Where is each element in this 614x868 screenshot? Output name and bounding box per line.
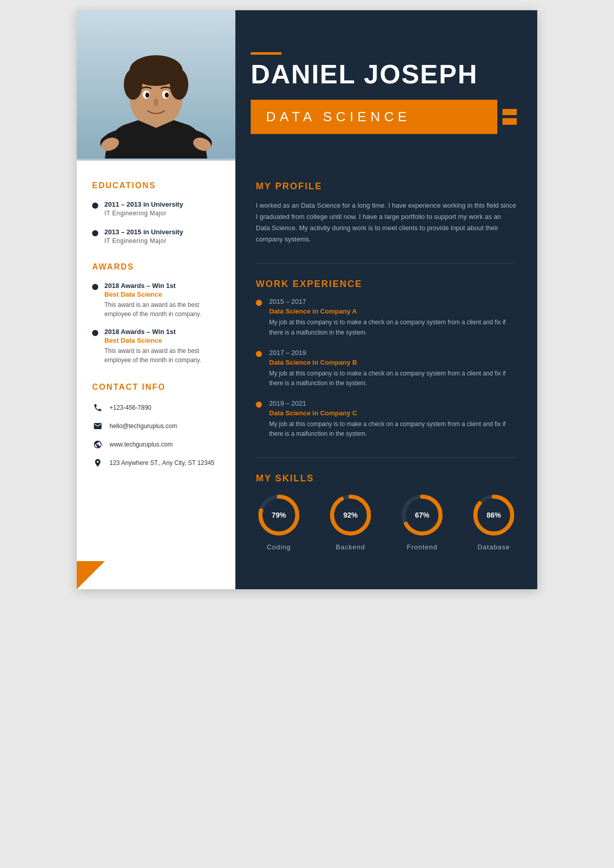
work-item-2: 2017 – 2019 Data Science in Company B My…: [256, 349, 517, 388]
contact-phone: +123-456-7890: [92, 402, 220, 413]
work-year-1: 2015 – 2017: [269, 298, 517, 305]
award-name-1: Best Data Science: [104, 291, 220, 298]
work-details-1: 2015 – 2017 Data Science in Company A My…: [269, 298, 517, 337]
work-bullet-1: [256, 300, 262, 306]
work-year-3: 2019 – 2021: [269, 399, 517, 407]
profile-text: I worked as an Data Science for a long t…: [256, 200, 517, 245]
education-title: EDUCATIONS: [92, 181, 220, 190]
main-content: EDUCATIONS 2011 – 2013 in University IT …: [77, 161, 537, 589]
skill-percent-database: 86%: [487, 511, 501, 519]
skill-label-backend: Backend: [336, 543, 365, 551]
skill-circle-frontend: 67%: [399, 492, 445, 538]
contact-website-text: www.techguruplus.com: [109, 441, 172, 448]
accent-line: [251, 52, 281, 55]
svg-point-7: [170, 69, 188, 100]
award-bullet-1: [92, 284, 98, 290]
skill-percent-frontend: 67%: [415, 511, 429, 519]
svg-point-10: [145, 93, 149, 98]
contact-address: 123 Anywhere ST., Any City, ST 12345: [92, 457, 220, 469]
edu-details-1: 2011 – 2013 in University IT Engineering…: [104, 201, 183, 217]
work-desc-2: My job at this company is to make a chec…: [269, 369, 517, 388]
sidebar: EDUCATIONS 2011 – 2013 in University IT …: [77, 161, 235, 589]
award-desc-2: This award is an award as the best emplo…: [104, 346, 220, 365]
divider-2: [256, 457, 517, 458]
award-desc-1: This award is an award as the best emplo…: [104, 300, 220, 319]
skill-percent-coding: 79%: [272, 511, 286, 519]
right-main: MY PROFILE I worked as an Data Science f…: [235, 161, 537, 589]
skills-section: MY SKILLS 79% Coding: [256, 473, 517, 551]
candidate-name: DANIEL JOSEPH: [251, 60, 522, 89]
contact-section: CONTACT INFO +123-456-7890: [92, 383, 220, 469]
header-text-area: DANIEL JOSEPH DATA SCIENCE: [235, 10, 537, 161]
award-content-1: 2018 Awards – Win 1st Best Data Science …: [104, 282, 220, 319]
work-desc-3: My job at this company is to make a chec…: [269, 419, 517, 439]
work-role-1: Data Science in Company A: [269, 307, 517, 315]
skill-label-coding: Coding: [267, 543, 291, 551]
title-orange-bg: DATA SCIENCE: [251, 100, 497, 134]
edu-desc-2: IT Engineering Major: [104, 237, 183, 244]
work-desc-1: My job at this company is to make a chec…: [269, 318, 517, 337]
award-name-2: Best Data Science: [104, 337, 220, 344]
edu-item-2: 2013 – 2015 in University IT Engineering…: [92, 228, 220, 244]
contact-address-text: 123 Anywhere ST., Any City, ST 12345: [109, 459, 214, 466]
edu-year-2: 2013 – 2015 in University: [104, 228, 183, 236]
edu-bullet-2: [92, 230, 98, 236]
awards-title: AWARDS: [92, 262, 220, 272]
title-accent-blocks: [497, 100, 522, 134]
phone-icon: [92, 402, 103, 413]
skill-frontend: 67% Frontend: [399, 492, 445, 551]
work-section: WORK EXPERIENCE 2015 – 2017 Data Science…: [256, 279, 517, 439]
work-title: WORK EXPERIENCE: [256, 279, 517, 290]
award-content-2: 2018 Awards – Win 1st Best Data Science …: [104, 328, 220, 365]
award-item-2: 2018 Awards – Win 1st Best Data Science …: [92, 328, 220, 365]
skill-database: 86% Database: [471, 492, 517, 551]
contact-email-text: hello@techguruplus.com: [109, 422, 177, 430]
resume-container: DANIEL JOSEPH DATA SCIENCE: [77, 10, 537, 589]
work-role-2: Data Science in Company B: [269, 359, 517, 366]
resume-page: DANIEL JOSEPH DATA SCIENCE: [77, 10, 537, 589]
award-bullet-2: [92, 330, 98, 336]
work-details-3: 2019 – 2021 Data Science in Company C My…: [269, 399, 517, 439]
divider-1: [256, 263, 517, 263]
globe-icon: [92, 439, 103, 450]
skills-title: MY SKILLS: [256, 473, 517, 484]
education-section: EDUCATIONS 2011 – 2013 in University IT …: [92, 181, 220, 244]
edu-details-2: 2013 – 2015 in University IT Engineering…: [104, 228, 183, 244]
edu-bullet-1: [92, 203, 98, 209]
work-details-2: 2017 – 2019 Data Science in Company B My…: [269, 349, 517, 388]
corner-triangle: [77, 561, 105, 589]
contact-phone-text: +123-456-7890: [109, 404, 151, 411]
edu-year-1: 2011 – 2013 in University: [104, 201, 183, 208]
name-bar: DANIEL JOSEPH: [251, 52, 522, 89]
awards-section: AWARDS 2018 Awards – Win 1st Best Data S…: [92, 262, 220, 365]
contact-website: www.techguruplus.com: [92, 439, 220, 450]
skill-coding: 79% Coding: [256, 492, 302, 551]
skill-percent-backend: 92%: [343, 511, 358, 519]
work-bullet-3: [256, 402, 262, 408]
skill-label-frontend: Frontend: [407, 543, 437, 551]
accent-block-2: [502, 118, 517, 125]
work-bullet-2: [256, 351, 262, 357]
work-item-3: 2019 – 2021 Data Science in Company C My…: [256, 399, 517, 439]
skills-grid: 79% Coding 92%: [256, 492, 517, 551]
skill-backend: 92% Backend: [327, 492, 374, 551]
edu-desc-1: IT Engineering Major: [104, 210, 183, 217]
skill-circle-coding: 79%: [256, 492, 302, 538]
profile-title: MY PROFILE: [256, 181, 517, 192]
work-year-2: 2017 – 2019: [269, 349, 517, 357]
award-year-2: 2018 Awards – Win 1st: [104, 328, 220, 336]
work-item-1: 2015 – 2017 Data Science in Company A My…: [256, 298, 517, 337]
award-year-1: 2018 Awards – Win 1st: [104, 282, 220, 290]
job-title: DATA SCIENCE: [266, 109, 482, 125]
award-item-1: 2018 Awards – Win 1st Best Data Science …: [92, 282, 220, 319]
photo-area: [77, 10, 235, 161]
edu-item-1: 2011 – 2013 in University IT Engineering…: [92, 201, 220, 217]
skill-label-database: Database: [477, 543, 510, 551]
location-icon: [92, 457, 103, 469]
title-bar: DATA SCIENCE: [251, 100, 522, 134]
profile-section: MY PROFILE I worked as an Data Science f…: [256, 181, 517, 245]
email-icon: [92, 420, 103, 432]
skill-circle-database: 86%: [471, 492, 517, 538]
header-section: DANIEL JOSEPH DATA SCIENCE: [77, 10, 537, 161]
skill-circle-backend: 92%: [327, 492, 374, 538]
